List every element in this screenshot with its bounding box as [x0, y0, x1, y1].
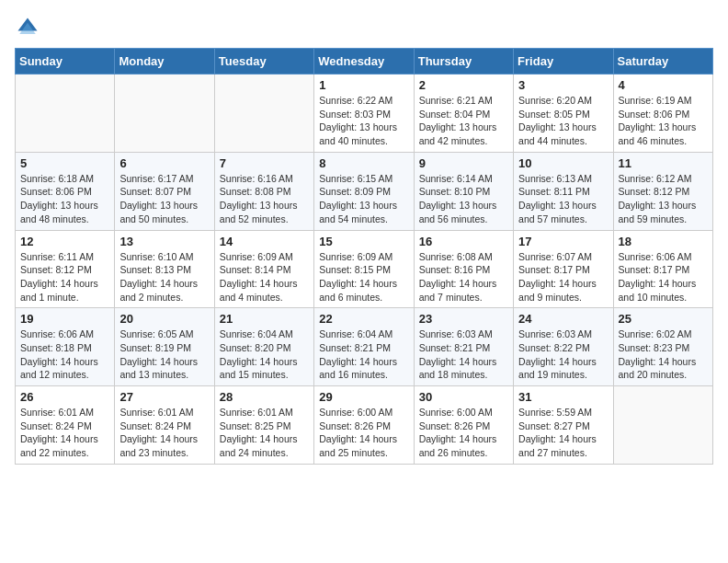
day-detail: Sunrise: 6:01 AM Sunset: 8:24 PM Dayligh…: [20, 406, 109, 460]
calendar-cell: 31Sunrise: 5:59 AM Sunset: 8:27 PM Dayli…: [514, 386, 613, 465]
day-number: 15: [319, 235, 408, 248]
day-number: 18: [619, 235, 708, 248]
day-detail: Sunrise: 6:04 AM Sunset: 8:21 PM Dayligh…: [319, 327, 408, 382]
day-number: 31: [518, 390, 608, 404]
day-detail: Sunrise: 6:13 AM Sunset: 8:11 PM Dayligh…: [518, 172, 608, 226]
calendar-cell: 5Sunrise: 6:18 AM Sunset: 8:06 PM Daylig…: [16, 152, 115, 230]
calendar-cell: 19Sunrise: 6:06 AM Sunset: 8:18 PM Dayli…: [16, 308, 115, 386]
day-number: 22: [319, 312, 408, 326]
day-number: 26: [20, 390, 109, 404]
calendar-cell: 1Sunrise: 6:22 AM Sunset: 8:03 PM Daylig…: [314, 75, 414, 153]
calendar-cell: 21Sunrise: 6:04 AM Sunset: 8:20 PM Dayli…: [214, 308, 313, 386]
calendar-cell: 20Sunrise: 6:05 AM Sunset: 8:19 PM Dayli…: [115, 308, 214, 386]
calendar-cell: 7Sunrise: 6:16 AM Sunset: 8:08 PM Daylig…: [214, 152, 313, 230]
calendar-cell: 11Sunrise: 6:12 AM Sunset: 8:12 PM Dayli…: [613, 152, 712, 230]
calendar-week-row: 19Sunrise: 6:06 AM Sunset: 8:18 PM Dayli…: [16, 308, 713, 386]
calendar-week-row: 26Sunrise: 6:01 AM Sunset: 8:24 PM Dayli…: [16, 386, 713, 465]
calendar-cell: [214, 75, 313, 153]
day-detail: Sunrise: 6:02 AM Sunset: 8:23 PM Dayligh…: [619, 327, 708, 382]
day-detail: Sunrise: 6:03 AM Sunset: 8:22 PM Dayligh…: [518, 327, 608, 382]
calendar-cell: 15Sunrise: 6:09 AM Sunset: 8:15 PM Dayli…: [314, 230, 414, 308]
day-number: 7: [220, 156, 309, 170]
calendar-week-row: 1Sunrise: 6:22 AM Sunset: 8:03 PM Daylig…: [16, 75, 713, 153]
day-number: 11: [619, 156, 708, 170]
page-header: [15, 15, 713, 40]
calendar-cell: 29Sunrise: 6:00 AM Sunset: 8:26 PM Dayli…: [314, 386, 414, 465]
day-detail: Sunrise: 6:16 AM Sunset: 8:08 PM Dayligh…: [220, 172, 309, 226]
day-number: 12: [20, 235, 109, 248]
day-detail: Sunrise: 6:17 AM Sunset: 8:07 PM Dayligh…: [119, 172, 209, 226]
day-number: 16: [419, 235, 508, 248]
day-of-week-header: Tuesday: [214, 49, 313, 75]
day-detail: Sunrise: 6:19 AM Sunset: 8:06 PM Dayligh…: [619, 94, 708, 148]
calendar-cell: 22Sunrise: 6:04 AM Sunset: 8:21 PM Dayli…: [314, 308, 414, 386]
day-number: 5: [20, 156, 109, 170]
calendar-cell: 18Sunrise: 6:06 AM Sunset: 8:17 PM Dayli…: [613, 230, 712, 308]
day-number: 20: [119, 312, 209, 326]
day-number: 24: [518, 312, 608, 326]
calendar-cell: 27Sunrise: 6:01 AM Sunset: 8:24 PM Dayli…: [115, 386, 214, 465]
day-detail: Sunrise: 6:09 AM Sunset: 8:15 PM Dayligh…: [319, 250, 408, 304]
day-detail: Sunrise: 6:05 AM Sunset: 8:19 PM Dayligh…: [119, 327, 209, 382]
day-number: 13: [119, 235, 209, 248]
day-detail: Sunrise: 6:04 AM Sunset: 8:20 PM Dayligh…: [220, 327, 309, 382]
calendar-cell: 3Sunrise: 6:20 AM Sunset: 8:05 PM Daylig…: [514, 75, 613, 153]
calendar-cell: 17Sunrise: 6:07 AM Sunset: 8:17 PM Dayli…: [514, 230, 613, 308]
day-detail: Sunrise: 6:03 AM Sunset: 8:21 PM Dayligh…: [419, 327, 508, 382]
day-of-week-header: Wednesday: [314, 49, 414, 75]
day-number: 28: [220, 390, 309, 404]
day-number: 14: [220, 235, 309, 248]
day-detail: Sunrise: 6:01 AM Sunset: 8:24 PM Dayligh…: [119, 406, 209, 460]
calendar-cell: [115, 75, 214, 153]
day-number: 17: [518, 235, 608, 248]
calendar-table: SundayMondayTuesdayWednesdayThursdayFrid…: [15, 48, 713, 465]
day-detail: Sunrise: 6:20 AM Sunset: 8:05 PM Dayligh…: [518, 94, 608, 148]
day-number: 2: [419, 78, 508, 92]
day-detail: Sunrise: 6:22 AM Sunset: 8:03 PM Dayligh…: [319, 94, 408, 148]
calendar-cell: 28Sunrise: 6:01 AM Sunset: 8:25 PM Dayli…: [214, 386, 313, 465]
calendar-cell: 30Sunrise: 6:00 AM Sunset: 8:26 PM Dayli…: [414, 386, 513, 465]
calendar-cell: 26Sunrise: 6:01 AM Sunset: 8:24 PM Dayli…: [16, 386, 115, 465]
day-number: 10: [518, 156, 608, 170]
day-detail: Sunrise: 6:00 AM Sunset: 8:26 PM Dayligh…: [319, 406, 408, 460]
day-detail: Sunrise: 6:11 AM Sunset: 8:12 PM Dayligh…: [20, 250, 109, 304]
calendar-cell: [613, 386, 712, 465]
day-number: 4: [619, 78, 708, 92]
calendar-cell: 24Sunrise: 6:03 AM Sunset: 8:22 PM Dayli…: [514, 308, 613, 386]
day-detail: Sunrise: 6:21 AM Sunset: 8:04 PM Dayligh…: [419, 94, 508, 148]
logo: [15, 15, 44, 40]
day-number: 3: [518, 78, 608, 92]
day-of-week-header: Saturday: [613, 49, 712, 75]
day-number: 6: [119, 156, 209, 170]
calendar-cell: 16Sunrise: 6:08 AM Sunset: 8:16 PM Dayli…: [414, 230, 513, 308]
day-detail: Sunrise: 6:10 AM Sunset: 8:13 PM Dayligh…: [119, 250, 209, 304]
day-detail: Sunrise: 6:07 AM Sunset: 8:17 PM Dayligh…: [518, 250, 608, 304]
day-of-week-header: Monday: [115, 49, 214, 75]
day-number: 30: [419, 390, 508, 404]
day-of-week-header: Friday: [514, 49, 613, 75]
day-number: 29: [319, 390, 408, 404]
day-detail: Sunrise: 6:06 AM Sunset: 8:18 PM Dayligh…: [20, 327, 109, 382]
calendar-cell: 6Sunrise: 6:17 AM Sunset: 8:07 PM Daylig…: [115, 152, 214, 230]
calendar-week-row: 12Sunrise: 6:11 AM Sunset: 8:12 PM Dayli…: [16, 230, 713, 308]
day-number: 23: [419, 312, 508, 326]
day-of-week-header: Sunday: [16, 49, 115, 75]
calendar-cell: 13Sunrise: 6:10 AM Sunset: 8:13 PM Dayli…: [115, 230, 214, 308]
day-detail: Sunrise: 6:09 AM Sunset: 8:14 PM Dayligh…: [220, 250, 309, 304]
day-number: 19: [20, 312, 109, 326]
calendar-cell: 9Sunrise: 6:14 AM Sunset: 8:10 PM Daylig…: [414, 152, 513, 230]
calendar-cell: 12Sunrise: 6:11 AM Sunset: 8:12 PM Dayli…: [16, 230, 115, 308]
day-detail: Sunrise: 6:00 AM Sunset: 8:26 PM Dayligh…: [419, 406, 508, 460]
day-number: 8: [319, 156, 408, 170]
day-detail: Sunrise: 5:59 AM Sunset: 8:27 PM Dayligh…: [518, 406, 608, 460]
day-of-week-header: Thursday: [414, 49, 513, 75]
day-number: 21: [220, 312, 309, 326]
calendar-cell: [16, 75, 115, 153]
day-detail: Sunrise: 6:15 AM Sunset: 8:09 PM Dayligh…: [319, 172, 408, 226]
day-detail: Sunrise: 6:14 AM Sunset: 8:10 PM Dayligh…: [419, 172, 508, 226]
calendar-cell: 8Sunrise: 6:15 AM Sunset: 8:09 PM Daylig…: [314, 152, 414, 230]
calendar-cell: 4Sunrise: 6:19 AM Sunset: 8:06 PM Daylig…: [613, 75, 712, 153]
day-number: 25: [619, 312, 708, 326]
calendar-cell: 10Sunrise: 6:13 AM Sunset: 8:11 PM Dayli…: [514, 152, 613, 230]
calendar-header-row: SundayMondayTuesdayWednesdayThursdayFrid…: [16, 49, 713, 75]
